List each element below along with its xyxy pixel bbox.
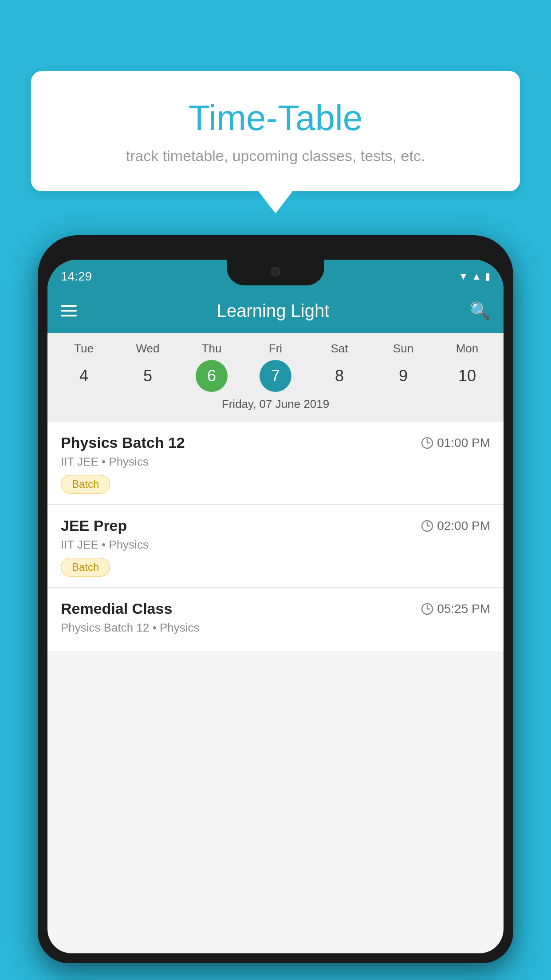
schedule-item-1[interactable]: Physics Batch 12 01:00 PM IIT JEE • Phys… xyxy=(47,422,504,505)
clock-icon-3 xyxy=(421,603,433,615)
day-label-sun: Sun xyxy=(371,342,435,356)
day-8[interactable]: 8 xyxy=(307,360,371,392)
day-label-thu: Thu xyxy=(180,342,244,356)
schedule-item-3-header: Remedial Class 05:25 PM xyxy=(61,600,490,617)
schedule-item-1-badge: Batch xyxy=(61,475,110,494)
schedule-item-3-sub: Physics Batch 12 • Physics xyxy=(61,621,490,635)
schedule-item-3-time: 05:25 PM xyxy=(421,602,490,616)
calendar-strip: Tue Wed Thu Fri Sat Sun Mon 4 5 6 7 8 9 … xyxy=(47,333,504,422)
day-label-sat: Sat xyxy=(307,342,371,356)
speech-bubble: Time-Table track timetable, upcoming cla… xyxy=(31,71,520,191)
day-label-wed: Wed xyxy=(116,342,180,356)
clock-icon-1 xyxy=(421,437,433,449)
day-label-tue: Tue xyxy=(52,342,116,356)
clock-icon-2 xyxy=(421,520,433,532)
status-time: 14:29 xyxy=(61,269,92,284)
front-camera xyxy=(271,267,280,277)
day-4[interactable]: 4 xyxy=(52,360,116,392)
schedule-item-2-header: JEE Prep 02:00 PM xyxy=(61,517,490,534)
app-bar-title: Learning Light xyxy=(217,301,330,321)
search-button[interactable]: 🔍 xyxy=(469,301,490,320)
day-6-today[interactable]: 6 xyxy=(196,360,228,392)
phone-frame: 14:29 ▼ ▲ ▮ Learning Light 🔍 xyxy=(38,235,513,963)
signal-icon: ▲ xyxy=(472,271,481,282)
day-10[interactable]: 10 xyxy=(435,360,499,392)
day-5[interactable]: 5 xyxy=(116,360,180,392)
day-labels-row: Tue Wed Thu Fri Sat Sun Mon xyxy=(52,342,499,356)
page-title: Time-Table xyxy=(49,98,502,138)
day-numbers-row: 4 5 6 7 8 9 10 xyxy=(52,360,499,392)
schedule-item-1-time: 01:00 PM xyxy=(421,436,490,450)
phone-notch xyxy=(227,260,324,285)
schedule-item-2-time: 02:00 PM xyxy=(421,519,490,533)
day-7-selected[interactable]: 7 xyxy=(260,360,291,392)
status-icons: ▼ ▲ ▮ xyxy=(458,271,490,282)
schedule-item-1-header: Physics Batch 12 01:00 PM xyxy=(61,434,490,451)
schedule-item-2-name: JEE Prep xyxy=(61,517,127,534)
day-label-fri: Fri xyxy=(244,342,307,356)
phone-mockup: 14:29 ▼ ▲ ▮ Learning Light 🔍 xyxy=(38,235,513,980)
schedule-item-3-name: Remedial Class xyxy=(61,600,172,617)
battery-icon: ▮ xyxy=(485,271,490,282)
schedule-item-2-badge: Batch xyxy=(61,558,110,577)
schedule-item-3[interactable]: Remedial Class 05:25 PM Physics Batch 12… xyxy=(47,588,504,652)
day-label-mon: Mon xyxy=(435,342,499,356)
speech-bubble-section: Time-Table track timetable, upcoming cla… xyxy=(31,71,520,191)
schedule-item-2-sub: IIT JEE • Physics xyxy=(61,538,490,552)
schedule-list: Physics Batch 12 01:00 PM IIT JEE • Phys… xyxy=(47,422,504,652)
schedule-item-1-name: Physics Batch 12 xyxy=(61,434,185,451)
schedule-item-2[interactable]: JEE Prep 02:00 PM IIT JEE • Physics Batc… xyxy=(47,505,504,588)
phone-screen: 14:29 ▼ ▲ ▮ Learning Light 🔍 xyxy=(47,260,504,953)
hamburger-menu-button[interactable] xyxy=(61,305,77,316)
schedule-item-1-sub: IIT JEE • Physics xyxy=(61,455,490,469)
day-9[interactable]: 9 xyxy=(371,360,435,392)
current-date-label: Friday, 07 June 2019 xyxy=(52,397,499,417)
page-subtitle: track timetable, upcoming classes, tests… xyxy=(49,147,502,165)
wifi-icon: ▼ xyxy=(458,271,468,282)
app-bar: Learning Light 🔍 xyxy=(47,288,504,333)
